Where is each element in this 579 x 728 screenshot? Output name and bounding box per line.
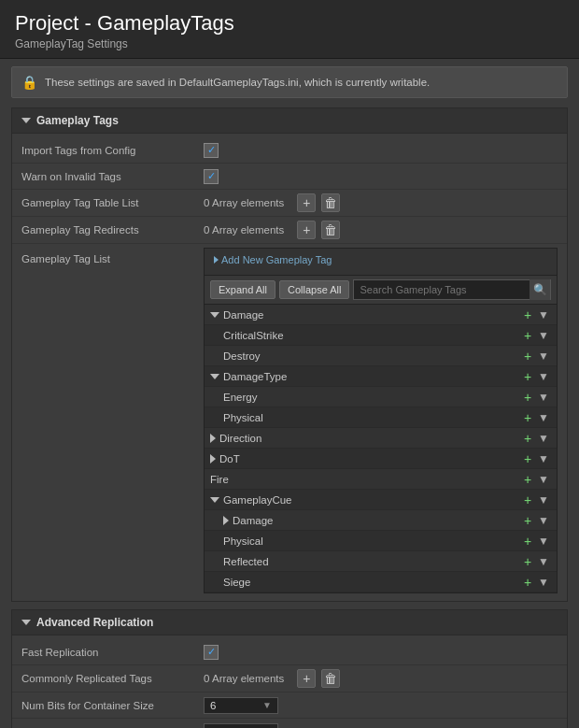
- tag-name-reflected: Reflected: [223, 556, 521, 567]
- commonly-replicated-row: Commonly Replicated Tags 0 Array element…: [12, 665, 567, 692]
- commonly-replicated-value: 0 Array elements + 🗑: [204, 669, 558, 688]
- criticalstrike-add-button[interactable]: +: [521, 328, 534, 343]
- damagetype-expand-button[interactable]: ▼: [536, 370, 551, 383]
- tag-gameplaycue-actions: + ▼: [521, 492, 551, 507]
- tag-item-damage[interactable]: Damage + ▼: [205, 305, 557, 325]
- tag-name-physical-damage: Physical: [223, 412, 521, 423]
- tag-siege-actions: + ▼: [521, 575, 551, 590]
- cue-damage-expand-button[interactable]: ▼: [536, 514, 551, 527]
- fast-replication-label: Fast Replication: [21, 647, 204, 658]
- tag-fire-actions: + ▼: [521, 472, 551, 487]
- direction-add-button[interactable]: +: [521, 431, 534, 446]
- reflected-add-button[interactable]: +: [521, 554, 534, 569]
- tag-item-direction[interactable]: Direction + ▼: [205, 428, 557, 449]
- tag-name-destroy: Destroy: [223, 350, 521, 362]
- net-index-input-wrapper: 16 ▼: [204, 723, 278, 728]
- gameplay-tags-section: Gameplay Tags Import Tags from Config Wa…: [11, 107, 568, 602]
- advanced-replication-header[interactable]: Advanced Replication: [12, 610, 567, 635]
- tag-item-physical-damage[interactable]: Physical + ▼: [205, 407, 557, 428]
- net-index-value: 16 ▼: [204, 723, 558, 728]
- gameplay-tags-body: Import Tags from Config Warn on Invalid …: [12, 134, 567, 601]
- siege-expand-button[interactable]: ▼: [536, 576, 551, 589]
- warn-invalid-tags-checkbox[interactable]: [204, 169, 219, 184]
- header: Project - GameplayTags GameplayTag Setti…: [0, 0, 579, 59]
- tag-name-siege: Siege: [223, 577, 521, 588]
- expand-all-button[interactable]: Expand All: [210, 280, 275, 299]
- tag-dot-actions: + ▼: [521, 451, 551, 466]
- search-gameplay-tags-input[interactable]: [354, 284, 530, 295]
- import-tags-label: Import Tags from Config: [21, 145, 204, 156]
- tag-name-fire: Fire: [210, 474, 521, 485]
- tag-table-remove-button[interactable]: 🗑: [321, 193, 340, 212]
- fire-expand-button[interactable]: ▼: [536, 473, 551, 486]
- dot-add-button[interactable]: +: [521, 451, 534, 466]
- tag-redirects-label: Gameplay Tag Redirects: [21, 224, 204, 236]
- page-subtitle: GameplayTag Settings: [15, 37, 564, 50]
- tag-name-gameplaycue: GameplayCue: [223, 494, 521, 506]
- collapse-triangle-icon: [21, 118, 31, 123]
- tag-item-dot[interactable]: DoT + ▼: [205, 449, 557, 469]
- num-bits-arrow[interactable]: ▼: [262, 700, 272, 710]
- tag-item-cue-physical[interactable]: Physical + ▼: [205, 531, 557, 551]
- physical-damage-add-button[interactable]: +: [521, 410, 534, 425]
- destroy-expand-button[interactable]: ▼: [536, 350, 551, 363]
- cue-physical-expand-button[interactable]: ▼: [536, 535, 551, 548]
- triangle-right-small: [214, 256, 219, 264]
- search-icon[interactable]: 🔍: [530, 279, 550, 300]
- tag-name-criticalstrike: CriticalStrike: [223, 330, 521, 341]
- tag-redirects-remove-button[interactable]: 🗑: [321, 221, 340, 239]
- tag-name-direction: Direction: [219, 433, 521, 444]
- dot-expand-button[interactable]: ▼: [536, 452, 551, 465]
- commonly-replicated-remove-button[interactable]: 🗑: [321, 669, 340, 688]
- tag-name-dot: DoT: [219, 453, 521, 464]
- destroy-add-button[interactable]: +: [521, 349, 534, 364]
- tag-item-siege[interactable]: Siege + ▼: [205, 572, 557, 592]
- tag-list-row: Gameplay Tag List Add New Gameplay Tag E…: [12, 244, 567, 597]
- energy-expand-button[interactable]: ▼: [536, 391, 551, 404]
- warn-invalid-tags-row: Warn on Invalid Tags: [12, 164, 567, 190]
- collapse-all-button[interactable]: Collapse All: [279, 280, 349, 299]
- physical-damage-expand-button[interactable]: ▼: [536, 411, 551, 424]
- gameplaycue-add-button[interactable]: +: [521, 492, 534, 507]
- fast-replication-checkbox[interactable]: [204, 645, 219, 660]
- tag-item-reflected[interactable]: Reflected + ▼: [205, 551, 557, 572]
- tag-redirects-array-info: 0 Array elements: [204, 224, 284, 236]
- tag-item-damagetype[interactable]: DamageType + ▼: [205, 366, 557, 387]
- gameplaycue-expand-button[interactable]: ▼: [536, 493, 551, 507]
- tag-toolbar: Expand All Collapse All 🔍: [205, 276, 557, 305]
- reflected-expand-button[interactable]: ▼: [536, 555, 551, 568]
- siege-add-button[interactable]: +: [521, 575, 534, 590]
- cue-physical-add-button[interactable]: +: [521, 534, 534, 549]
- tag-reflected-actions: + ▼: [521, 554, 551, 569]
- criticalstrike-expand-button[interactable]: ▼: [536, 329, 551, 342]
- tag-redirects-add-button[interactable]: +: [297, 221, 316, 239]
- tag-damagetype-actions: + ▼: [521, 369, 551, 384]
- tag-item-cue-damage[interactable]: Damage + ▼: [205, 510, 557, 531]
- cue-damage-add-button[interactable]: +: [521, 513, 534, 528]
- damagetype-add-button[interactable]: +: [521, 369, 534, 384]
- num-bits-row: Num Bits for Container Size 6 ▼: [12, 692, 567, 719]
- tag-cue-damage-actions: + ▼: [521, 513, 551, 528]
- energy-add-button[interactable]: +: [521, 390, 534, 405]
- direction-expand-button[interactable]: ▼: [536, 432, 551, 445]
- tag-damage-actions: + ▼: [521, 307, 551, 322]
- tag-table-add-button[interactable]: +: [297, 193, 316, 212]
- info-bar-text: These settings are saved in DefaultGamep…: [45, 77, 430, 88]
- net-index-row: Net Index First Bit Segment 16 ▼: [12, 719, 567, 728]
- gameplay-tags-header[interactable]: Gameplay Tags: [12, 108, 567, 134]
- tag-item-gameplaycue[interactable]: GameplayCue + ▼: [205, 490, 557, 510]
- fast-replication-row: Fast Replication: [12, 639, 567, 665]
- damage-expand-button[interactable]: ▼: [536, 308, 551, 321]
- damage-add-button[interactable]: +: [521, 307, 534, 322]
- add-new-tag-label: Add New Gameplay Tag: [221, 254, 332, 265]
- tag-item-fire[interactable]: Fire + ▼: [205, 469, 557, 490]
- tag-item-energy[interactable]: Energy + ▼: [205, 387, 557, 407]
- commonly-replicated-add-button[interactable]: +: [297, 669, 316, 688]
- tag-name-damage: Damage: [223, 309, 521, 321]
- tag-item-destroy[interactable]: Destroy + ▼: [205, 346, 557, 366]
- tag-item-criticalstrike[interactable]: CriticalStrike + ▼: [205, 325, 557, 346]
- import-tags-checkbox[interactable]: [204, 143, 219, 158]
- fire-add-button[interactable]: +: [521, 472, 534, 487]
- tag-redirects-value: 0 Array elements + 🗑: [204, 221, 558, 239]
- add-new-gameplay-tag-link[interactable]: Add New Gameplay Tag: [210, 252, 551, 267]
